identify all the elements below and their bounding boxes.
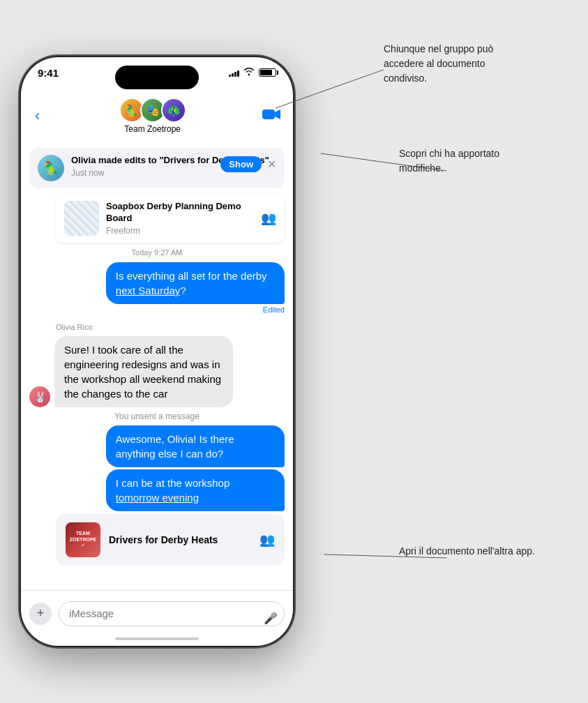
incoming-avatar-1: 🐰 xyxy=(29,386,50,407)
bubble-outgoing-1: Is everything all set for the derby next… xyxy=(106,262,285,304)
doc-info: Drivers for Derby Heats xyxy=(109,534,251,546)
freeform-title: Soapbox Derby Planning Demo Board xyxy=(106,201,254,225)
avatars-row: 🦜 🎭 🦚 xyxy=(119,98,186,123)
chat-area[interactable]: 🦜 Olivia made edits to "Drivers for Derb… xyxy=(21,137,293,590)
doc-thumbnail: TEAMZOETROPE✓ xyxy=(66,522,100,557)
dynamic-island xyxy=(115,66,199,89)
message-row: Awesome, Olivia! Is there anything else … xyxy=(29,425,285,467)
back-button[interactable]: ‹ xyxy=(32,104,43,128)
tomorrow-evening-link[interactable]: tomorrow evening xyxy=(116,492,199,504)
message-row: Is everything all set for the derby next… xyxy=(29,262,285,314)
mic-icon[interactable]: 🎤 xyxy=(264,612,278,625)
annotation-shared-doc: Chiunque nel gruppo può accedere al docu… xyxy=(384,42,523,86)
video-call-button[interactable] xyxy=(262,108,282,124)
doc-people-icon[interactable]: 👥 xyxy=(259,532,275,547)
sender-name-label: Olivia Rico xyxy=(21,316,293,334)
unsent-label: You unsent a message xyxy=(21,411,293,421)
group-header[interactable]: 🦜 🎭 🦚 Team Zoetrope xyxy=(119,98,186,134)
group-name: Team Zoetrope xyxy=(124,124,181,134)
freeform-people-icon[interactable]: 👥 xyxy=(261,211,276,226)
next-saturday-link[interactable]: next Saturday xyxy=(116,285,181,296)
bubble-wrapper-incoming-1: Sure! I took care of all the engineering… xyxy=(54,336,233,407)
svg-line-3 xyxy=(324,554,446,558)
svg-line-2 xyxy=(321,153,446,171)
signal-icon xyxy=(229,68,239,77)
nav-header: ‹ 🦜 🎭 🦚 Team Zoetrope xyxy=(21,95,293,137)
annotation-edits: Scopri chi ha apportato modifiche. xyxy=(399,146,538,176)
battery-icon xyxy=(259,68,276,77)
timestamp-today: Today 9:27 AM xyxy=(21,248,293,257)
message-row: I can be at the workshop tomorrow evenin… xyxy=(29,469,285,511)
annotation-open-doc: Apri il documento nell'altra app. xyxy=(399,544,535,559)
message-input[interactable] xyxy=(59,601,285,626)
message-row: 🐰 Sure! I took care of all the engineeri… xyxy=(29,336,285,407)
wifi-icon xyxy=(243,67,255,77)
freeform-thumbnail xyxy=(64,201,99,236)
home-indicator xyxy=(115,637,199,640)
add-button[interactable]: + xyxy=(29,603,52,625)
bubble-outgoing-3: I can be at the workshop tomorrow evenin… xyxy=(106,469,285,511)
freeform-info: Soapbox Derby Planning Demo Board Freefo… xyxy=(106,201,254,236)
avatar-3: 🦚 xyxy=(161,98,186,123)
bubble-outgoing-2: Awesome, Olivia! Is there anything else … xyxy=(106,425,285,467)
notif-actions: Show ✕ xyxy=(220,156,276,172)
svg-rect-0 xyxy=(262,109,275,119)
doc-card[interactable]: TEAMZOETROPE✓ Drivers for Derby Heats 👥 xyxy=(56,514,285,566)
freeform-subtitle: Freeform xyxy=(106,226,254,236)
bubble-wrapper-outgoing-1: Is everything all set for the derby next… xyxy=(106,262,285,314)
bubble-wrapper-outgoing-3: I can be at the workshop tomorrow evenin… xyxy=(106,469,285,511)
close-button[interactable]: ✕ xyxy=(267,158,276,171)
show-button[interactable]: Show xyxy=(220,156,262,172)
notification-banner: 🦜 Olivia made edits to "Drivers for Derb… xyxy=(29,148,285,188)
phone-frame: 9:41 xyxy=(21,57,293,646)
doc-title: Drivers for Derby Heats xyxy=(109,534,251,546)
edited-label: Edited xyxy=(106,305,285,314)
bubble-incoming-1: Sure! I took care of all the engineering… xyxy=(54,336,233,407)
freeform-card[interactable]: Soapbox Derby Planning Demo Board Freefo… xyxy=(56,194,285,243)
notif-avatar: 🦜 xyxy=(38,155,64,181)
status-icons xyxy=(229,67,276,77)
bubble-wrapper-outgoing-2: Awesome, Olivia! Is there anything else … xyxy=(106,425,285,467)
